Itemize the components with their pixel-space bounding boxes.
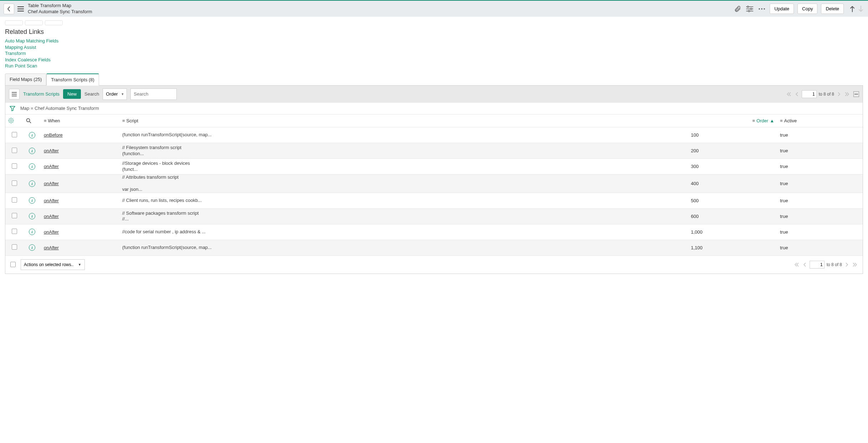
select-all-footer-checkbox[interactable] <box>10 262 16 267</box>
list-name[interactable]: Transform Scripts <box>23 91 60 97</box>
info-button[interactable]: i <box>29 180 35 187</box>
info-button[interactable]: i <box>29 148 35 154</box>
active-cell[interactable]: true <box>777 159 863 174</box>
row-checkbox[interactable] <box>12 229 17 234</box>
last-page-button[interactable] <box>844 92 850 96</box>
order-cell[interactable]: 400 <box>688 174 777 193</box>
tab-field-maps[interactable]: Field Maps (25) <box>5 73 46 86</box>
order-cell[interactable]: 1,100 <box>688 240 777 255</box>
related-link-index-coalesce[interactable]: Index Coalesce Fields <box>5 57 863 63</box>
pager-bottom: to 8 of 8 <box>794 261 858 269</box>
update-button[interactable]: Update <box>770 4 794 14</box>
related-link-transform[interactable]: Transform <box>5 50 863 57</box>
order-cell[interactable]: 500 <box>688 193 777 208</box>
page-subtitle: Chef Automate Sync Transform <box>28 9 92 15</box>
col-header-script[interactable]: ≡Script <box>119 114 688 127</box>
table-row: i onAfter // Filesystem transform script… <box>5 143 863 159</box>
next-page-icon <box>846 263 848 267</box>
active-cell[interactable]: true <box>777 143 863 159</box>
script-cell[interactable]: //code for serial number , ip address & … <box>119 224 688 240</box>
related-link-run-point-scan[interactable]: Run Point Scan <box>5 63 863 69</box>
row-checkbox[interactable] <box>12 197 17 203</box>
script-cell[interactable]: // Client runs, run lists, recipes cookb… <box>119 193 688 208</box>
row-checkbox[interactable] <box>12 180 17 186</box>
svg-point-1 <box>750 8 752 10</box>
order-cell[interactable]: 200 <box>688 143 777 159</box>
when-link[interactable]: onAfter <box>44 148 59 153</box>
prev-page-button[interactable] <box>794 92 800 96</box>
when-link[interactable]: onAfter <box>44 214 59 219</box>
order-cell[interactable]: 100 <box>688 127 777 143</box>
more-button[interactable] <box>758 5 766 13</box>
info-button[interactable]: i <box>29 163 35 170</box>
active-cell[interactable]: true <box>777 208 863 224</box>
active-cell[interactable]: true <box>777 224 863 240</box>
new-button[interactable]: New <box>63 89 81 99</box>
info-button[interactable]: i <box>29 213 35 219</box>
related-link-mapping-assist[interactable]: Mapping Assist <box>5 44 863 51</box>
info-button[interactable]: i <box>29 244 35 251</box>
when-link[interactable]: onAfter <box>44 164 59 169</box>
next-page-button-bottom[interactable] <box>844 263 850 267</box>
order-cell[interactable]: 600 <box>688 208 777 224</box>
last-page-button-bottom[interactable] <box>852 263 858 267</box>
filter-button[interactable] <box>10 106 15 111</box>
actions-dropdown[interactable]: Actions on selected rows... <box>21 259 85 270</box>
personalize-button[interactable] <box>8 118 20 123</box>
tab-transform-scripts[interactable]: Transform Scripts (8) <box>46 73 99 86</box>
next-page-icon <box>838 92 841 96</box>
page-input[interactable] <box>802 90 817 98</box>
first-page-button-bottom[interactable] <box>794 263 800 267</box>
info-button[interactable]: i <box>29 197 35 204</box>
row-checkbox[interactable] <box>12 244 17 250</box>
first-page-button[interactable] <box>786 92 792 96</box>
row-checkbox[interactable] <box>12 163 17 169</box>
svg-point-5 <box>764 8 765 10</box>
search-column-button[interactable] <box>26 118 38 123</box>
script-cell[interactable]: // Software packages transform script //… <box>119 208 688 224</box>
script-cell[interactable]: //Storage devices - block devices (funct… <box>119 159 688 174</box>
active-cell[interactable]: true <box>777 174 863 193</box>
script-cell[interactable]: (function runTransformScript(source, map… <box>119 240 688 255</box>
settings-button[interactable] <box>745 5 754 13</box>
script-cell[interactable]: // Filesystem transform script (function… <box>119 143 688 159</box>
related-link-auto-map[interactable]: Auto Map Matching Fields <box>5 38 863 44</box>
info-button[interactable]: i <box>29 132 35 138</box>
col-header-when[interactable]: ≡When <box>41 114 119 127</box>
row-checkbox[interactable] <box>12 148 17 153</box>
menu-button[interactable] <box>17 6 24 11</box>
when-link[interactable]: onAfter <box>44 229 59 235</box>
search-field-select[interactable]: Order <box>103 88 127 100</box>
when-link[interactable]: onAfter <box>44 181 59 186</box>
page-title: Table Transform Map <box>28 3 92 9</box>
attachments-button[interactable] <box>733 5 742 13</box>
row-checkbox[interactable] <box>12 132 17 137</box>
order-cell[interactable]: 1,000 <box>688 224 777 240</box>
next-page-button[interactable] <box>836 92 842 96</box>
col-header-order[interactable]: ≡Order▲ <box>688 114 777 127</box>
delete-button[interactable]: Delete <box>821 4 844 14</box>
prev-record-button[interactable] <box>849 5 856 12</box>
active-cell[interactable]: true <box>777 127 863 143</box>
col-header-active[interactable]: ≡Active <box>777 114 863 127</box>
ghost-action-row <box>5 20 863 25</box>
search-label: Search <box>84 91 99 97</box>
back-button[interactable] <box>4 4 14 14</box>
copy-button[interactable]: Copy <box>797 4 817 14</box>
script-cell[interactable]: // Attributes transform script var json.… <box>119 174 688 193</box>
script-cell[interactable]: (function runTransformScript(source, map… <box>119 127 688 143</box>
info-button[interactable]: i <box>29 229 35 235</box>
order-cell[interactable]: 300 <box>688 159 777 174</box>
page-input-bottom[interactable] <box>810 261 825 269</box>
next-record-button[interactable] <box>857 5 864 12</box>
row-checkbox[interactable] <box>12 213 17 218</box>
prev-page-button-bottom[interactable] <box>802 263 807 267</box>
when-link[interactable]: onAfter <box>44 245 59 250</box>
collapse-button[interactable] <box>853 91 859 97</box>
when-link[interactable]: onBefore <box>44 132 63 138</box>
when-link[interactable]: onAfter <box>44 198 59 203</box>
search-input[interactable] <box>130 88 177 100</box>
active-cell[interactable]: true <box>777 240 863 255</box>
list-menu-button[interactable] <box>9 89 20 100</box>
active-cell[interactable]: true <box>777 193 863 208</box>
